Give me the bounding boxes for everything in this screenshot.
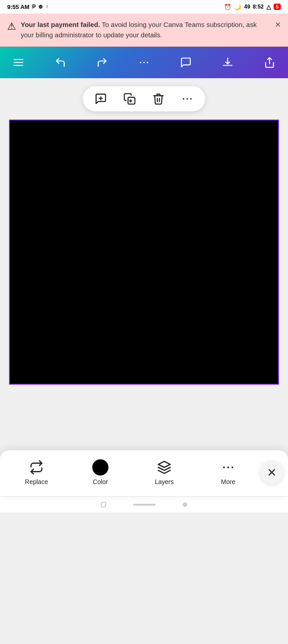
payment-banner-content: ⚠ Your last payment failed. To avoid los…	[7, 20, 270, 40]
layers-label: Layers	[155, 478, 174, 485]
replace-icon	[28, 459, 45, 475]
bottom-toolbar: Replace Color Layers More	[0, 450, 288, 496]
moon-icon: 🌙	[234, 4, 241, 10]
nav-dot	[183, 502, 187, 507]
color-icon	[92, 459, 108, 475]
redo-button[interactable]	[93, 53, 112, 72]
undo-button[interactable]	[51, 53, 70, 72]
notification-badge: 5	[274, 4, 281, 10]
more-options-button[interactable]	[135, 53, 153, 72]
bottom-spacer	[0, 392, 288, 450]
sim-icon: P	[32, 4, 36, 10]
svg-point-13	[186, 98, 188, 100]
camera-icon: ⊕	[38, 4, 43, 10]
more-button[interactable]: More	[196, 459, 260, 485]
delete-button[interactable]	[149, 90, 167, 108]
color-label: Color	[93, 478, 108, 485]
svg-marker-15	[158, 462, 171, 467]
svg-point-5	[147, 62, 148, 63]
pill-more-button[interactable]	[178, 90, 196, 108]
warning-icon: ⚠	[7, 21, 16, 32]
nav-bar	[0, 496, 288, 512]
layers-button[interactable]: Layers	[132, 459, 196, 485]
payment-bold: Your last payment failed.	[21, 21, 100, 28]
close-banner-button[interactable]: ×	[275, 20, 281, 30]
nav-home[interactable]	[133, 504, 156, 506]
wifi-icon: △	[266, 4, 271, 10]
canvas-area	[0, 115, 288, 392]
menu-button[interactable]	[9, 53, 28, 72]
layers-icon	[156, 459, 172, 475]
svg-point-12	[183, 98, 184, 100]
duplicate-button[interactable]	[121, 90, 139, 108]
time-right: 8:52	[253, 4, 264, 10]
more-icon	[220, 459, 236, 475]
color-button[interactable]: Color	[68, 459, 132, 485]
svg-point-4	[143, 62, 144, 63]
status-bar: 9:55 AM P ⊕ ↑ ⏰ 🌙 49 8:52 △ 5	[0, 0, 288, 13]
svg-point-18	[231, 466, 233, 468]
header-toolbar	[0, 47, 288, 78]
canvas-frame[interactable]	[9, 120, 279, 385]
download-button[interactable]	[218, 53, 237, 72]
svg-point-16	[223, 466, 225, 468]
more-label: More	[221, 478, 235, 485]
alarm-icon: ⏰	[224, 4, 231, 10]
payment-banner: ⚠ Your last payment failed. To avoid los…	[0, 13, 288, 47]
nav-square	[101, 502, 106, 507]
floating-action-bar	[0, 78, 288, 115]
close-button[interactable]	[260, 461, 284, 484]
svg-point-14	[190, 98, 192, 100]
payment-text: Your last payment failed. To avoid losin…	[21, 20, 270, 40]
color-circle	[92, 459, 108, 475]
comment-button[interactable]	[176, 53, 195, 72]
signal-icon: ↑	[45, 4, 48, 10]
replace-button[interactable]: Replace	[4, 459, 68, 485]
replace-label: Replace	[25, 478, 48, 485]
share-button[interactable]	[260, 53, 279, 72]
time: 9:55 AM	[7, 4, 29, 10]
svg-point-17	[227, 466, 229, 468]
svg-point-3	[140, 62, 141, 63]
action-pill	[83, 86, 205, 111]
battery-text: 49	[244, 4, 250, 10]
add-comment-button[interactable]	[92, 90, 110, 108]
